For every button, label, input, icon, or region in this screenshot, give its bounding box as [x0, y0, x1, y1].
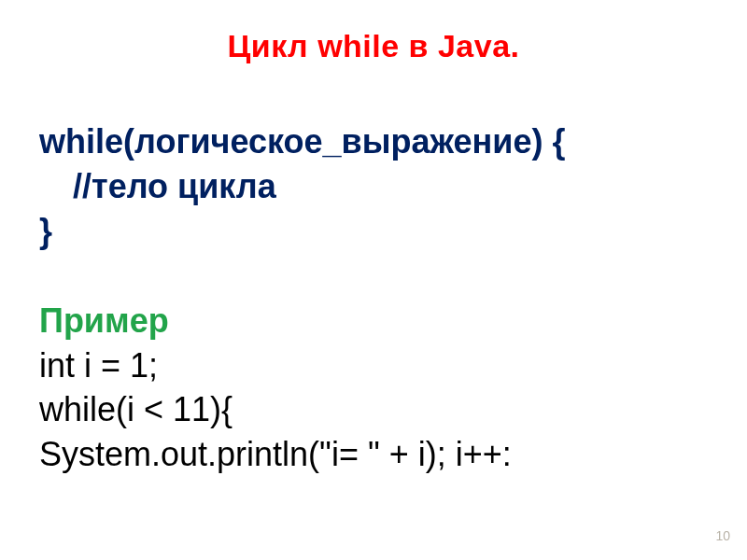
- example-label: Пример: [39, 299, 712, 343]
- slide: Цикл while в Java. while(логическое_выра…: [0, 0, 747, 560]
- syntax-line-2: //тело цикла: [39, 164, 712, 209]
- page-number: 10: [715, 528, 730, 543]
- example-line-1: int i = 1;: [39, 343, 712, 388]
- example-line-2: while(i < 11){: [39, 387, 712, 432]
- syntax-line-1: while(логическое_выражение) {: [39, 119, 712, 164]
- syntax-line-3: }: [39, 209, 712, 254]
- example-line-3: System.out.println("i= " + i); i++:: [39, 432, 712, 477]
- syntax-line-2-text: //тело цикла: [39, 164, 276, 209]
- blank-line: [39, 254, 712, 299]
- slide-title: Цикл while в Java.: [0, 28, 747, 64]
- slide-body: while(логическое_выражение) { //тело цик…: [39, 119, 712, 477]
